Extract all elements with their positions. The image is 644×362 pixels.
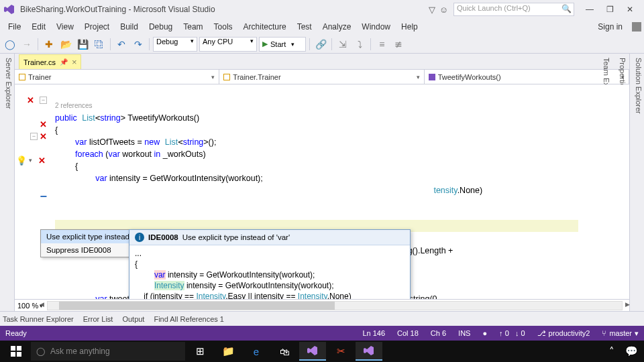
menu-test[interactable]: Test [292,20,317,34]
editor-footer: 100 %▾ ◀▶ [15,299,629,311]
code-editor[interactable]: − ✕ ✕ −✕ 💡▾✕ − ✕ ✕ ✓ 2 references public… [15,84,629,299]
class-icon [223,74,230,80]
nav-project[interactable]: Trainer▾ [15,70,219,84]
restore-button[interactable]: ❐ [600,3,620,16]
platform-combo[interactable]: Any CPU▾ [199,37,257,52]
close-tab-icon[interactable]: × [72,57,77,67]
taskbar-visual-studio-2[interactable] [356,342,382,361]
nav-forward-button[interactable]: → [19,37,34,52]
sign-in-link[interactable]: Sign in [591,20,629,34]
menu-architecture[interactable]: Architecture [238,20,292,34]
error-icon: ✕ [27,95,34,105]
rule-description: Use explicit type instead of 'var' [182,233,290,241]
svg-rect-1 [17,346,21,351]
taskbar-edge[interactable]: e [243,342,270,361]
save-all-button[interactable]: ⿻ [92,37,107,52]
taskbar-visual-studio[interactable] [299,342,326,361]
menu-view[interactable]: View [51,20,79,34]
menu-team[interactable]: Team [178,20,208,34]
error-icon: ✕ [40,131,47,141]
left-toolwindow-tabs: Server Explorer Toolbox Test Explorer [0,54,15,311]
taskbar-explorer[interactable]: 📁 [215,342,241,361]
status-publish-icon[interactable]: ↑ 0 ↓ 0 [499,329,525,337]
nav-member[interactable]: TweetifyWorkouts()▾ [425,70,629,84]
info-icon: i [135,233,144,242]
status-branch[interactable]: ⑂ master ▾ [602,329,639,338]
right-toolwindow-tabs: Solution Explorer Properties Team Explor… [629,54,644,311]
tray-chevron-icon[interactable]: ˄ [604,342,620,361]
comment-button[interactable]: ≡ [374,37,389,52]
menu-file[interactable]: File [3,20,26,34]
taskbar-snip[interactable]: ✂ [327,342,354,361]
step-into-button[interactable]: ⇲ [335,37,350,52]
action-center-icon[interactable]: 💬 [621,342,641,361]
rule-id: IDE0008 [148,233,178,241]
menu-tools[interactable]: Tools [209,20,238,34]
config-combo[interactable]: Debug▾ [153,37,197,52]
nav-type[interactable]: Trainer.Trainer▾ [219,70,424,84]
minimize-button[interactable]: — [580,3,600,16]
step-over-button[interactable]: ⤵ [352,37,367,52]
quick-launch-placeholder: Quick Launch (Ctrl+Q) [457,4,531,12]
zoom-level[interactable]: 100 % [17,302,38,310]
menu-project[interactable]: Project [79,20,115,34]
preview-diff: ... { var intensity = GetWorkoutIntensit… [129,245,410,299]
quick-launch-input[interactable]: Quick Launch (Ctrl+Q) 🔍 [453,3,574,16]
feedback-icon[interactable]: ☺ [439,5,448,15]
pin-icon[interactable]: 📌 [60,58,68,66]
lightbulb-icon[interactable]: 💡 [16,156,27,166]
tab-find-references[interactable]: Find All References 1 [154,315,224,323]
svg-rect-2 [11,352,15,357]
taskbar-store[interactable]: 🛍 [271,342,298,361]
window-title: BikeSharing.WorkOutTraining - Microsoft … [20,5,215,14]
uncomment-button[interactable]: ≢ [391,37,406,52]
tab-error-list[interactable]: Error List [83,315,113,323]
cortana-icon: ◯ [36,347,45,356]
document-tab-label: Trainer.cs [23,58,56,66]
undo-button[interactable]: ↶ [114,37,129,52]
menu-window[interactable]: Window [356,20,396,34]
system-tray: ˄ 💬 [604,342,641,361]
status-ch: Ch 6 [431,329,446,337]
tab-server-explorer[interactable]: Server Explorer [5,58,13,307]
menu-build[interactable]: Build [115,20,144,34]
redo-button[interactable]: ↷ [131,37,146,52]
status-repo[interactable]: ⎇ productivity2 [537,329,590,338]
menu-bar: File Edit View Project Build Debug Team … [0,19,644,35]
tab-solution-explorer[interactable]: Solution Explorer [635,58,643,307]
browser-link-button[interactable]: 🔗 [313,37,328,52]
notifications-icon[interactable]: ▽ [429,5,435,15]
open-file-button[interactable]: 📂 [58,37,73,52]
change-marker-icon: − [40,190,47,204]
error-icon: ✕ [40,119,47,129]
close-button[interactable]: ✕ [620,3,640,16]
status-line: Ln 146 [362,329,385,337]
windows-taskbar: ◯Ask me anything ⊞ 📁 e 🛍 ✂ ˄ 💬 [0,341,644,362]
cortana-search[interactable]: ◯Ask me anything [31,342,185,361]
status-dot-icon[interactable]: ● [482,329,487,337]
menu-edit[interactable]: Edit [26,20,51,34]
start-menu-button[interactable] [3,342,30,361]
start-button[interactable]: ▶Start▾ [259,37,306,52]
horizontal-scrollbar[interactable]: ◀▶ [47,301,623,310]
new-project-button[interactable]: ✚ [42,37,56,52]
avatar-icon[interactable] [632,22,641,32]
status-col: Col 18 [397,329,419,337]
nav-back-button[interactable]: ◯ [3,37,17,52]
tab-output[interactable]: Output [122,315,144,323]
menu-help[interactable]: Help [396,20,423,34]
feedback-area: ▽ ☺ [429,5,448,15]
tab-task-runner[interactable]: Task Runner Explorer [3,315,74,323]
svg-rect-3 [17,352,21,357]
document-tab-trainer[interactable]: Trainer.cs 📌 × [19,54,81,69]
menu-debug[interactable]: Debug [144,20,178,34]
menu-analyze[interactable]: Analyze [317,20,357,34]
fold-icon[interactable]: − [30,133,38,140]
status-ready: Ready [5,329,27,337]
status-bar: Ready Ln 146 Col 18 Ch 6 INS ● ↑ 0 ↓ 0 ⎇… [0,326,644,341]
vs-logo-icon [4,4,15,15]
main-toolbar: ◯ → ✚ 📂 💾 ⿻ ↶ ↷ Debug▾ Any CPU▾ ▶Start▾ … [0,35,644,54]
save-button[interactable]: 💾 [75,37,90,52]
status-ins: INS [458,329,470,337]
task-view-button[interactable]: ⊞ [186,342,213,361]
